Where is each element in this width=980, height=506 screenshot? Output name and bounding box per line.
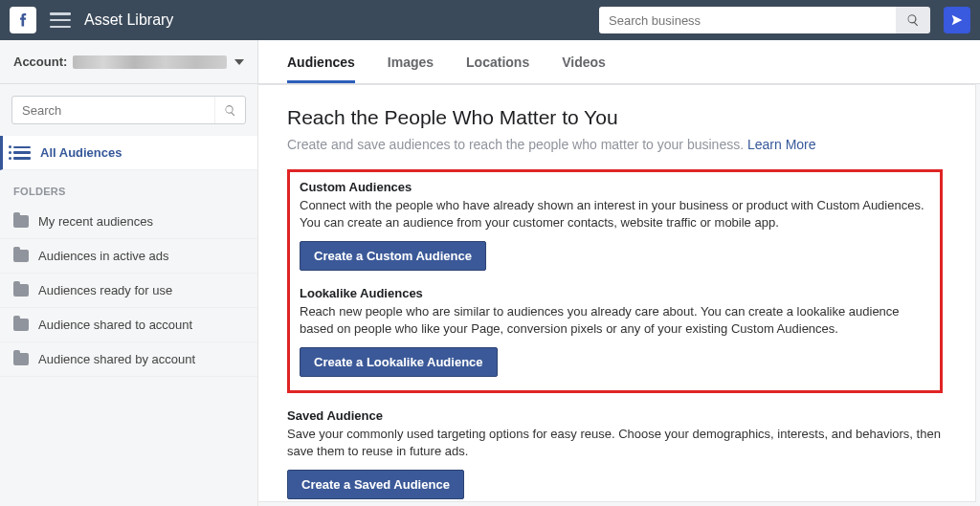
sidebar-search-input[interactable] — [12, 97, 214, 123]
search-input[interactable] — [599, 7, 896, 33]
create-lookalike-audience-button[interactable]: Create a Lookalike Audience — [300, 347, 498, 377]
facebook-logo[interactable] — [10, 7, 36, 33]
sidebar-item-all-audiences[interactable]: All Audiences — [0, 136, 257, 170]
tab-images[interactable]: Images — [388, 41, 434, 83]
search-icon — [224, 104, 236, 117]
folder-icon — [13, 284, 29, 297]
sidebar-item-label: All Audiences — [40, 145, 122, 160]
menu-icon[interactable] — [50, 12, 71, 28]
folder-icon — [13, 353, 29, 365]
sidebar-folder-active-ads[interactable]: Audiences in active ads — [0, 239, 257, 274]
folder-icon — [13, 319, 29, 331]
sidebar-item-label: My recent audiences — [38, 214, 153, 229]
body: All Audiences FOLDERS My recent audience… — [0, 84, 980, 506]
sidebar-folder-shared-to[interactable]: Audience shared to account — [0, 308, 257, 342]
account-name-redacted — [73, 55, 227, 69]
section-body: Connect with the people who have already… — [300, 197, 930, 231]
app-title: Asset Library — [84, 11, 173, 29]
global-search — [599, 7, 930, 33]
learn-more-link[interactable]: Learn More — [747, 137, 816, 152]
sidebar-item-label: Audience shared to account — [38, 318, 192, 332]
section-heading: Saved Audience — [287, 408, 943, 423]
section-custom-audiences: Custom Audiences Connect with the people… — [300, 180, 930, 271]
sidebar-item-label: Audiences in active ads — [38, 249, 169, 263]
sidebar-item-label: Audience shared by account — [38, 352, 195, 366]
sidebar-search — [11, 96, 246, 124]
section-body: Save your commonly used targeting option… — [287, 426, 943, 460]
folder-icon — [13, 215, 29, 228]
section-heading: Custom Audiences — [300, 180, 930, 194]
sidebar: All Audiences FOLDERS My recent audience… — [0, 84, 258, 506]
page-subtitle: Create and save audiences to reach the p… — [287, 137, 943, 152]
sidebar-item-label: Audiences ready for use — [38, 283, 172, 297]
create-saved-audience-button[interactable]: Create a Saved Audience — [287, 470, 464, 499]
sub-header: Account: Audiences Images Locations Vide… — [0, 40, 980, 84]
main-content: Reach the People Who Matter to You Creat… — [258, 84, 976, 502]
search-button[interactable] — [896, 7, 930, 33]
extension-icon[interactable] — [944, 7, 970, 33]
sidebar-folder-ready[interactable]: Audiences ready for use — [0, 274, 257, 308]
sidebar-folder-recent[interactable]: My recent audiences — [0, 205, 257, 239]
section-lookalike-audiences: Lookalike Audiences Reach new people who… — [300, 286, 930, 377]
tab-locations[interactable]: Locations — [466, 41, 529, 83]
list-icon — [13, 146, 31, 160]
highlighted-sections: Custom Audiences Connect with the people… — [287, 169, 943, 393]
account-selector[interactable]: Account: — [0, 40, 258, 83]
create-custom-audience-button[interactable]: Create a Custom Audience — [300, 241, 486, 271]
folder-icon — [13, 250, 29, 262]
tabs: Audiences Images Locations Videos — [258, 40, 606, 83]
section-heading: Lookalike Audiences — [300, 286, 930, 300]
search-icon — [906, 13, 920, 27]
page-title: Reach the People Who Matter to You — [287, 106, 943, 129]
section-body: Reach new people who are similar to audi… — [300, 303, 930, 338]
sidebar-folder-shared-by[interactable]: Audience shared by account — [0, 342, 257, 377]
tab-audiences[interactable]: Audiences — [287, 41, 355, 83]
tab-videos[interactable]: Videos — [562, 41, 606, 83]
folders-heading: FOLDERS — [0, 170, 257, 205]
chevron-down-icon — [234, 59, 244, 65]
account-label: Account: — [13, 55, 67, 69]
top-nav: Asset Library — [0, 0, 980, 40]
sidebar-search-button[interactable] — [214, 97, 245, 123]
section-saved-audience: Saved Audience Save your commonly used t… — [287, 408, 943, 499]
